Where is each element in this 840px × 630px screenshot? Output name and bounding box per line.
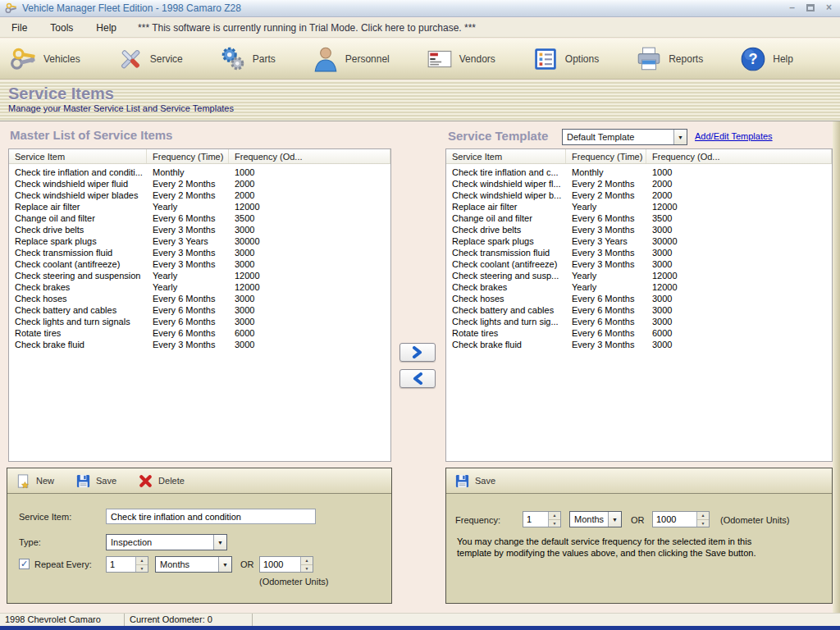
toolbar-personnel-button[interactable]: Personnel: [312, 45, 390, 73]
minimize-button[interactable]: –: [789, 2, 795, 13]
stepper-buttons[interactable]: ▲ ▼: [696, 512, 709, 527]
template-frequency-editor: Save Frequency: 1 ▲ ▼ Months ▼ OR 1000 ▲…: [445, 468, 833, 604]
stepper-buttons[interactable]: ▲ ▼: [135, 557, 148, 572]
toolbar-options-button[interactable]: Options: [532, 45, 599, 73]
column-header-frequency-time[interactable]: Frequency (Time): [566, 149, 646, 163]
stepper-up-icon[interactable]: ▲: [697, 512, 709, 520]
cell-frequency-odometer: 12000: [229, 270, 390, 281]
template-list-row[interactable]: Check hoses Every 6 Months 3000: [446, 293, 832, 304]
delete-button[interactable]: Delete: [138, 473, 185, 489]
repeat-interval-value: 1: [107, 557, 135, 572]
master-list-row[interactable]: Rotate tires Every 6 Months 6000: [9, 327, 390, 339]
stepper-down-icon[interactable]: ▼: [301, 565, 313, 573]
remove-from-template-button[interactable]: [399, 369, 436, 388]
restore-button[interactable]: [806, 4, 815, 11]
column-header-frequency-time[interactable]: Frequency (Time): [147, 149, 229, 163]
close-button[interactable]: ×: [826, 2, 832, 13]
template-list-row[interactable]: Replace air filter Yearly 12000: [446, 201, 832, 212]
master-list-row[interactable]: Check brakes Yearly 12000: [9, 281, 390, 293]
template-list-row[interactable]: Check drive belts Every 3 Months 3000: [446, 224, 832, 235]
add-to-template-button[interactable]: [399, 343, 436, 362]
toolbar-help-button[interactable]: ? Help: [739, 45, 793, 73]
add-edit-templates-link[interactable]: Add/Edit Templates: [695, 131, 773, 141]
stepper-down-icon[interactable]: ▼: [549, 520, 560, 527]
cell-service-item: Replace spark plugs: [446, 235, 566, 247]
template-list-row[interactable]: Check battery and cables Every 6 Months …: [446, 304, 832, 316]
template-list-row[interactable]: Check windshield wiper b... Every 2 Mont…: [446, 189, 832, 201]
template-list-row[interactable]: Change oil and filter Every 6 Months 350…: [446, 212, 832, 224]
frequency-interval-stepper[interactable]: 1 ▲ ▼: [523, 511, 561, 527]
toolbar-vendors-button[interactable]: Vendors: [426, 45, 495, 73]
template-list-row[interactable]: Check steering and susp... Yearly 12000: [446, 270, 832, 281]
stepper-up-icon[interactable]: ▲: [301, 557, 313, 565]
template-list-row[interactable]: Check brakes Yearly 12000: [446, 281, 832, 293]
template-list-row[interactable]: Replace spark plugs Every 3 Years 30000: [446, 235, 832, 247]
right-edge-decoration: [833, 121, 840, 613]
toolbar-service-button[interactable]: Service: [116, 45, 183, 73]
column-header-frequency-odometer[interactable]: Frequency (Od...: [646, 149, 832, 163]
master-list-row[interactable]: Check tire inflation and conditi... Mont…: [9, 167, 390, 178]
main-toolbar: Vehicles Service: [0, 39, 840, 80]
master-list-row[interactable]: Check steering and suspension Yearly 120…: [9, 270, 390, 281]
stepper-buttons[interactable]: ▲ ▼: [300, 557, 313, 572]
toolbar-vendors-label: Vendors: [459, 53, 495, 65]
stepper-up-icon[interactable]: ▲: [549, 512, 560, 520]
frequency-odometer-stepper[interactable]: 1000 ▲ ▼: [652, 511, 710, 527]
master-list-title: Master List of Service Items: [10, 128, 172, 142]
cell-frequency-odometer: 12000: [229, 281, 390, 293]
master-list-row[interactable]: Replace air filter Yearly 12000: [9, 201, 390, 212]
toolbar-vehicles-button[interactable]: Vehicles: [10, 45, 80, 73]
master-list-row[interactable]: Check windshield wiper blades Every 2 Mo…: [9, 189, 390, 201]
cell-service-item: Replace spark plugs: [9, 235, 147, 247]
cell-frequency-time: Every 6 Months: [566, 327, 646, 339]
column-header-service-item[interactable]: Service Item: [9, 149, 147, 163]
repeat-interval-stepper[interactable]: 1 ▲ ▼: [106, 556, 148, 573]
master-list-row[interactable]: Check lights and turn signals Every 6 Mo…: [9, 316, 390, 327]
master-list-row[interactable]: Check brake fluid Every 3 Months 3000: [9, 339, 390, 350]
odometer-interval-stepper[interactable]: 1000 ▲ ▼: [259, 556, 313, 573]
master-list-row[interactable]: Check windshield wiper fluid Every 2 Mon…: [9, 178, 390, 189]
type-dropdown[interactable]: Inspection ▼: [106, 534, 227, 550]
column-header-frequency-odometer[interactable]: Frequency (Od...: [229, 149, 390, 163]
cell-service-item: Check transmission fluid: [9, 247, 147, 258]
new-button[interactable]: New: [16, 473, 54, 489]
trial-mode-banner[interactable]: *** This software is currently running i…: [138, 22, 476, 34]
repeat-every-checkbox[interactable]: ✓: [19, 559, 30, 569]
master-list-row[interactable]: Replace spark plugs Every 3 Years 30000: [9, 235, 390, 247]
cell-frequency-odometer: 12000: [646, 281, 832, 293]
menu-file[interactable]: File: [0, 22, 39, 34]
cell-service-item: Check battery and cables: [9, 304, 147, 316]
master-list-row[interactable]: Check transmission fluid Every 3 Months …: [9, 247, 390, 258]
template-list-row[interactable]: Check windshield wiper fl... Every 2 Mon…: [446, 178, 832, 189]
stepper-down-icon[interactable]: ▼: [136, 565, 148, 573]
master-list-row[interactable]: Check battery and cables Every 6 Months …: [9, 304, 390, 316]
menu-help[interactable]: Help: [84, 22, 128, 34]
stepper-buttons[interactable]: ▲ ▼: [548, 512, 560, 527]
toolbar-reports-button[interactable]: Reports: [635, 45, 703, 73]
master-list-row[interactable]: Check hoses Every 6 Months 3000: [9, 293, 390, 304]
master-list-row[interactable]: Check coolant (antifreeze) Every 3 Month…: [9, 258, 390, 270]
column-header-service-item[interactable]: Service Item: [446, 149, 566, 163]
repeat-unit-dropdown[interactable]: Months ▼: [155, 556, 232, 573]
frequency-unit-dropdown[interactable]: Months ▼: [569, 511, 622, 527]
title-bar: Vehicle Manager Fleet Edition - 1998 Cam…: [0, 0, 840, 17]
cell-frequency-time: Monthly: [566, 167, 646, 178]
template-list-row[interactable]: Check tire inflation and c... Monthly 10…: [446, 167, 832, 178]
template-list-row[interactable]: Check coolant (antifreeze) Every 3 Month…: [446, 258, 832, 270]
stepper-up-icon[interactable]: ▲: [136, 557, 148, 565]
toolbar-parts-button[interactable]: Parts: [219, 45, 276, 73]
template-list-row[interactable]: Check brake fluid Every 3 Months 3000: [446, 339, 832, 350]
template-list-row[interactable]: Rotate tires Every 6 Months 6000: [446, 327, 832, 339]
template-selector-dropdown[interactable]: Default Template ▼: [562, 129, 687, 145]
template-editor-note: You may change the default service frequ…: [457, 536, 785, 559]
new-button-label: New: [36, 476, 54, 486]
menu-tools[interactable]: Tools: [39, 22, 84, 34]
template-save-button[interactable]: Save: [454, 473, 495, 489]
master-list-row[interactable]: Change oil and filter Every 6 Months 350…: [9, 212, 390, 224]
stepper-down-icon[interactable]: ▼: [697, 520, 709, 527]
template-list-row[interactable]: Check transmission fluid Every 3 Months …: [446, 247, 832, 258]
save-button[interactable]: Save: [75, 473, 116, 489]
template-list-row[interactable]: Check lights and turn sig... Every 6 Mon…: [446, 316, 832, 327]
master-list-row[interactable]: Check drive belts Every 3 Months 3000: [9, 224, 390, 235]
service-item-input[interactable]: Check tire inflation and condition: [106, 509, 316, 524]
